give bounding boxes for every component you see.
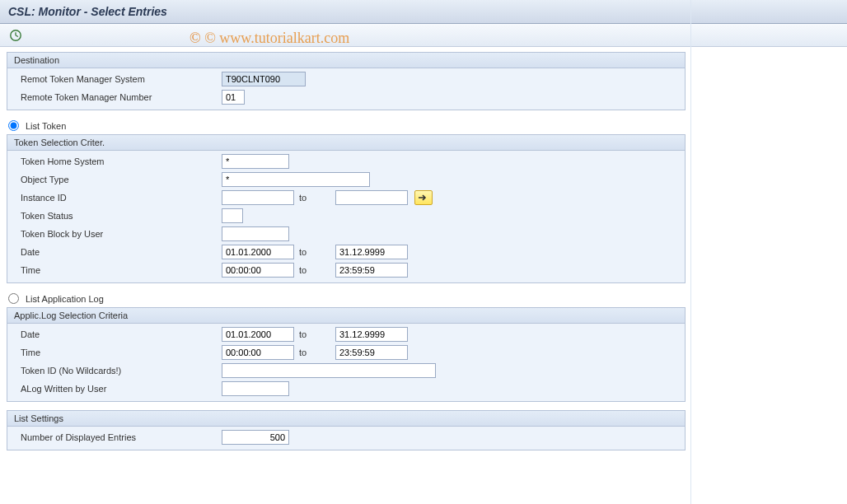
- token-status-label: Token Status: [16, 211, 222, 221]
- token-block-label: Token Block by User: [16, 229, 222, 239]
- remote-system-field[interactable]: [222, 72, 306, 86]
- page-title: CSL: Monitor - Select Entries: [0, 0, 847, 24]
- radio-list-applog[interactable]: [8, 293, 19, 304]
- list-settings-title: List Settings: [7, 411, 685, 427]
- token-time-to-field[interactable]: [335, 263, 408, 278]
- applog-date-label: Date: [16, 329, 222, 339]
- token-date-from-field[interactable]: [222, 245, 294, 259]
- execute-button[interactable]: [8, 28, 23, 43]
- instance-id-label: Instance ID: [16, 193, 222, 203]
- instance-id-to-label: to: [294, 193, 335, 203]
- list-settings-group: List Settings Number of Displayed Entrie…: [7, 410, 686, 450]
- object-type-label: Object Type: [16, 175, 222, 184]
- destination-title: Destination: [7, 53, 685, 68]
- token-time-from-field[interactable]: [222, 263, 294, 278]
- applog-criteria-title: Applic.Log Selection Criteria: [7, 308, 685, 324]
- token-date-label: Date: [16, 247, 222, 257]
- radio-list-token-label: List Token: [26, 121, 66, 131]
- token-status-field[interactable]: [222, 208, 243, 223]
- num-entries-label: Number of Displayed Entries: [16, 432, 222, 442]
- token-home-system-label: Token Home System: [16, 156, 222, 166]
- instance-id-from-field[interactable]: [222, 190, 294, 205]
- token-time-to-label: to: [294, 265, 335, 275]
- remote-system-label: Remot Token Manager System: [16, 74, 222, 84]
- applog-time-to-label: to: [294, 348, 335, 357]
- arrow-right-icon: [418, 194, 429, 202]
- applog-date-to-label: to: [294, 329, 335, 339]
- token-date-to-label: to: [294, 247, 335, 257]
- applog-time-label: Time: [16, 348, 222, 357]
- applog-time-from-field[interactable]: [222, 345, 294, 360]
- remote-number-field[interactable]: [222, 90, 245, 105]
- clock-execute-icon: [9, 29, 22, 42]
- token-block-field[interactable]: [222, 226, 289, 241]
- object-type-field[interactable]: [222, 172, 370, 187]
- applog-time-to-field[interactable]: [335, 345, 408, 360]
- applog-date-from-field[interactable]: [222, 327, 294, 342]
- content-divider: [690, 0, 691, 504]
- token-criteria-title: Token Selection Criter.: [7, 135, 685, 151]
- destination-group: Destination Remot Token Manager System R…: [7, 52, 686, 110]
- radio-list-applog-label: List Application Log: [26, 294, 104, 304]
- radio-list-applog-row: List Application Log: [7, 292, 686, 307]
- svg-line-2: [16, 35, 18, 37]
- instance-id-to-field[interactable]: [335, 190, 408, 205]
- applog-tokenid-field[interactable]: [222, 363, 436, 378]
- multiple-selection-button[interactable]: [414, 190, 433, 205]
- applog-criteria-group: Applic.Log Selection Criteria Date to Ti…: [7, 307, 686, 402]
- toolbar: [0, 24, 847, 47]
- applog-user-field[interactable]: [222, 381, 289, 396]
- radio-list-token-row: List Token: [7, 119, 686, 134]
- radio-list-token[interactable]: [8, 120, 19, 131]
- token-home-system-field[interactable]: [222, 154, 289, 169]
- token-date-to-field[interactable]: [335, 245, 408, 259]
- applog-user-label: ALog Written by User: [16, 384, 222, 394]
- applog-date-to-field[interactable]: [335, 327, 408, 342]
- main-content: Destination Remot Token Manager System R…: [0, 47, 692, 469]
- token-criteria-group: Token Selection Criter. Token Home Syste…: [7, 134, 686, 283]
- remote-number-label: Remote Token Manager Number: [16, 92, 222, 102]
- applog-tokenid-label: Token ID (No Wildcards!): [16, 366, 222, 376]
- token-time-label: Time: [16, 265, 222, 275]
- num-entries-field[interactable]: [222, 430, 289, 445]
